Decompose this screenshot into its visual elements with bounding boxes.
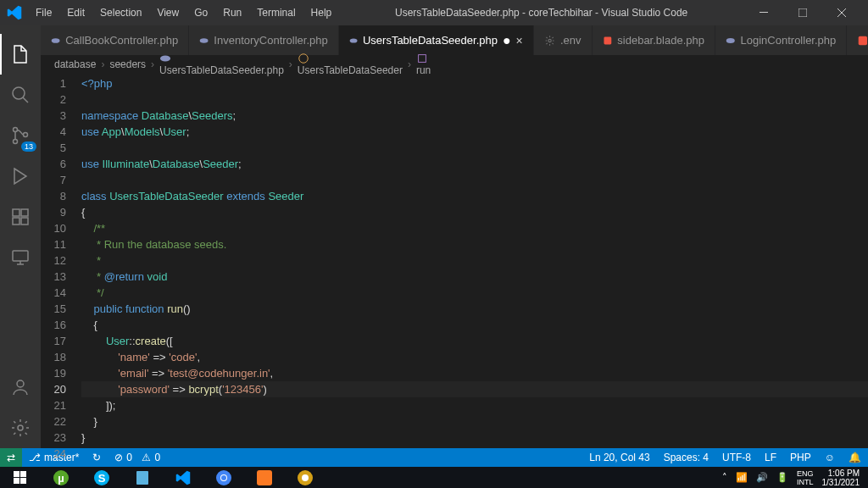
keyboard-lang[interactable]: ENG INTL <box>797 469 814 486</box>
extensions-icon[interactable] <box>0 197 41 237</box>
svg-text:µ: µ <box>58 472 64 485</box>
scm-badge: 13 <box>21 141 36 152</box>
system-tray[interactable]: ˄ 📶 🔊 🔋 ENG INTL 1:06 PM1/31/2021 <box>722 469 868 487</box>
tab-label: sidebar.blade.php <box>617 34 704 47</box>
menu-edit[interactable]: Edit <box>60 3 92 22</box>
search-icon[interactable] <box>0 75 41 115</box>
tab-6[interactable]: index.blade.php ..\l <box>847 25 868 55</box>
breadcrumb-segment[interactable]: database <box>54 58 96 70</box>
code-line-7[interactable] <box>81 172 868 188</box>
svg-rect-10 <box>13 251 28 261</box>
tab-4[interactable]: sidebar.blade.php <box>593 25 715 55</box>
menu-terminal[interactable]: Terminal <box>250 3 302 22</box>
code-line-12[interactable]: * <box>81 252 868 269</box>
menu-selection[interactable]: Selection <box>93 3 148 22</box>
utorrent-icon[interactable]: µ <box>41 467 81 488</box>
menu-go[interactable]: Go <box>187 3 214 22</box>
code-line-24[interactable] <box>81 446 868 462</box>
code-line-5[interactable] <box>81 140 868 156</box>
code-line-13[interactable]: * @return void <box>81 269 868 285</box>
close-button[interactable] <box>822 0 861 25</box>
breadcrumb-segment[interactable]: seeders <box>109 58 146 70</box>
xampp-icon[interactable] <box>244 467 285 488</box>
svg-rect-26 <box>20 478 26 484</box>
tab-label: UsersTableDataSeeder.php <box>363 34 498 47</box>
code-line-21[interactable]: ]); <box>81 397 868 413</box>
svg-rect-8 <box>21 218 28 225</box>
code-line-1[interactable]: <?php <box>81 75 868 92</box>
svg-rect-9 <box>21 209 28 216</box>
window-controls <box>744 0 861 25</box>
code-line-3[interactable]: namespace Database\Seeders; <box>81 108 868 124</box>
code-line-14[interactable]: */ <box>81 285 868 301</box>
code-line-16[interactable]: { <box>81 317 868 333</box>
tab-0[interactable]: CallBookController.php <box>41 25 189 55</box>
tab-close-icon[interactable]: × <box>516 34 523 47</box>
code-line-15[interactable]: public function run() <box>81 301 868 317</box>
explorer-icon[interactable] <box>0 34 41 75</box>
run-debug-icon[interactable] <box>0 156 41 197</box>
svg-rect-35 <box>257 470 272 485</box>
tab-1[interactable]: InventoryController.php <box>189 25 339 55</box>
code-line-22[interactable]: } <box>81 413 868 430</box>
svg-rect-24 <box>20 471 26 477</box>
minimize-button[interactable] <box>744 0 783 25</box>
maximize-button[interactable] <box>783 0 822 25</box>
code-line-6[interactable]: use Illuminate\Database\Seeder; <box>81 156 868 172</box>
code-line-8[interactable]: class UsersTableDataSeeder extends Seede… <box>81 188 868 204</box>
breadcrumb[interactable]: database›seeders› UsersTableDataSeeder.p… <box>41 55 868 74</box>
menu-view[interactable]: View <box>150 3 186 22</box>
code-line-23[interactable]: } <box>81 430 868 446</box>
accounts-icon[interactable] <box>0 367 41 408</box>
code-line-18[interactable]: 'name' => 'code', <box>81 349 868 365</box>
menu-file[interactable]: File <box>29 3 58 22</box>
editor[interactable]: 123456789101112131415161718192021222324 … <box>41 74 868 448</box>
chrome-canary-icon[interactable] <box>285 467 326 488</box>
skype-icon[interactable]: S <box>81 467 122 488</box>
code-area[interactable]: <?phpnamespace Database\Seeders;use App\… <box>81 74 868 448</box>
menu-run[interactable]: Run <box>216 3 248 22</box>
code-line-19[interactable]: 'email' => 'test@codehunger.in', <box>81 365 868 381</box>
volume-icon[interactable]: 🔊 <box>756 472 768 483</box>
tab-2[interactable]: UsersTableDataSeeder.php●× <box>339 25 534 55</box>
tab-label: .env <box>560 34 581 47</box>
code-line-11[interactable]: * Run the database seeds. <box>81 236 868 252</box>
start-button[interactable] <box>0 467 41 488</box>
source-control-icon[interactable]: 13 <box>0 115 41 156</box>
code-line-17[interactable]: User::create([ <box>81 333 868 349</box>
chrome-icon[interactable] <box>203 467 244 488</box>
svg-point-16 <box>548 39 551 42</box>
tray-chevron-icon[interactable]: ˄ <box>722 472 727 483</box>
breadcrumb-segment[interactable]: UsersTableDataSeeder <box>298 53 403 76</box>
vscode-taskbar-icon[interactable] <box>163 467 203 488</box>
code-line-20[interactable]: 'password' => bcrypt('123456') <box>81 381 868 397</box>
code-line-4[interactable]: use App\Models\User; <box>81 124 868 140</box>
svg-point-15 <box>349 38 357 42</box>
svg-point-12 <box>18 425 23 430</box>
menu-help[interactable]: Help <box>304 3 339 22</box>
notepad-icon[interactable] <box>122 467 163 488</box>
window-title: UsersTableDataSeeder.php - coreTechbihar… <box>338 7 744 19</box>
code-line-2[interactable] <box>81 92 868 108</box>
code-line-9[interactable]: { <box>81 204 868 220</box>
clock[interactable]: 1:06 PM1/31/2021 <box>822 469 860 487</box>
menu-bar: FileEditSelectionViewGoRunTerminalHelp <box>29 3 338 22</box>
wifi-icon[interactable]: 📶 <box>736 472 748 483</box>
battery-icon[interactable]: 🔋 <box>776 472 788 483</box>
tab-3[interactable]: .env <box>534 25 593 55</box>
svg-point-3 <box>14 128 18 132</box>
tab-5[interactable]: LoginController.php <box>715 25 847 55</box>
remote-icon[interactable] <box>0 237 41 278</box>
svg-point-4 <box>14 140 18 144</box>
breadcrumb-segment[interactable]: run <box>416 53 431 76</box>
tab-label: CallBookController.php <box>65 34 178 47</box>
svg-point-34 <box>221 475 226 480</box>
code-line-10[interactable]: /** <box>81 220 868 236</box>
svg-point-11 <box>17 380 24 387</box>
remote-indicator[interactable]: ⇄ <box>0 448 22 467</box>
settings-gear-icon[interactable] <box>0 408 41 448</box>
svg-rect-7 <box>13 218 19 225</box>
svg-text:S: S <box>98 472 106 485</box>
breadcrumb-segment[interactable]: UsersTableDataSeeder.php <box>159 53 284 76</box>
svg-rect-23 <box>14 471 19 477</box>
